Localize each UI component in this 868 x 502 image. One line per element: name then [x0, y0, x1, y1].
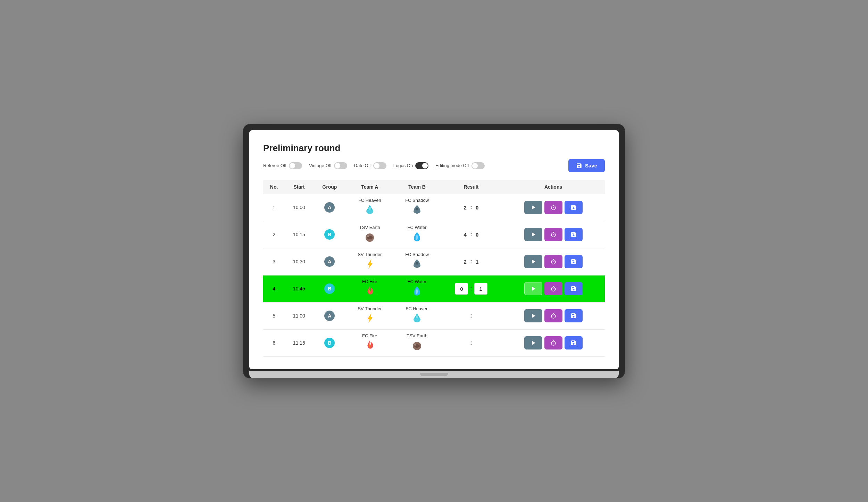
- play-icon: [531, 205, 536, 210]
- logos-toggle[interactable]: [415, 162, 428, 169]
- cell-team-a: FC Heaven: [346, 194, 393, 221]
- score-separator: :: [469, 204, 474, 211]
- svg-marker-17: [368, 259, 372, 268]
- svg-marker-23: [532, 287, 535, 291]
- result-cell: :: [443, 340, 499, 346]
- svg-marker-18: [532, 260, 535, 264]
- timer-button[interactable]: [544, 201, 562, 214]
- referee-toggle[interactable]: [289, 162, 302, 169]
- play-button[interactable]: [524, 282, 542, 295]
- actions-cell: [504, 201, 602, 214]
- disk-icon: [571, 340, 576, 346]
- timer-icon: [551, 232, 556, 237]
- save-row-button[interactable]: [565, 282, 583, 295]
- laptop-base: [249, 371, 619, 378]
- score-a: 4: [464, 232, 467, 238]
- play-button[interactable]: [524, 255, 542, 268]
- score-separator: :: [470, 286, 472, 292]
- team-a-icon: [364, 231, 376, 245]
- cell-group: A: [314, 302, 346, 329]
- play-icon: [531, 259, 536, 264]
- play-icon: [531, 313, 536, 319]
- cell-team-a: TSV Earth: [346, 221, 393, 248]
- save-row-button[interactable]: [565, 255, 583, 268]
- cell-actions: [502, 194, 605, 221]
- cell-actions: [502, 275, 605, 302]
- team-a-cell: FC Fire: [349, 333, 391, 353]
- team-a-name: SV Thunder: [358, 306, 382, 311]
- disk-icon: [571, 286, 576, 291]
- play-button[interactable]: [524, 309, 542, 322]
- save-row-button[interactable]: [565, 336, 583, 349]
- timer-button[interactable]: [544, 336, 562, 349]
- table-row: 4 10:45 B FC Fire FC Water :: [263, 275, 605, 302]
- score-a-input[interactable]: [455, 283, 468, 295]
- team-b-icon: [411, 231, 423, 245]
- team-b-name: FC Water: [408, 225, 427, 230]
- svg-point-40: [414, 344, 416, 346]
- cell-result: 2 : 1: [441, 248, 502, 275]
- vintage-toggle-group: Vintage Off: [309, 162, 347, 169]
- editing-toggle[interactable]: [471, 162, 485, 169]
- cell-result: :: [441, 329, 502, 356]
- team-a-cell: SV Thunder: [349, 252, 391, 272]
- result-cell: :: [443, 283, 499, 295]
- cell-team-b: FC Shadow: [393, 194, 440, 221]
- matches-table: No. Start Group Team A Team B Result Act…: [263, 180, 605, 357]
- team-a-cell: FC Heaven: [349, 198, 391, 217]
- cell-no: 2: [263, 221, 285, 248]
- cell-team-b: FC Heaven: [393, 302, 440, 329]
- team-a-name: TSV Earth: [359, 225, 380, 230]
- team-b-icon: [411, 339, 423, 353]
- date-label: Date Off: [354, 163, 371, 168]
- vintage-label: Vintage Off: [309, 163, 332, 168]
- team-a-name: FC Heaven: [358, 198, 381, 203]
- play-button[interactable]: [524, 336, 542, 349]
- play-icon: [531, 340, 536, 346]
- play-button[interactable]: [524, 228, 542, 241]
- logos-toggle-group: Logos On: [393, 162, 428, 169]
- save-row-button[interactable]: [565, 309, 583, 322]
- team-b-cell: FC Water: [396, 279, 437, 299]
- team-b-cell: FC Water: [396, 225, 437, 245]
- score-b-input[interactable]: [474, 283, 487, 295]
- timer-button[interactable]: [544, 309, 562, 322]
- play-button[interactable]: [524, 201, 542, 214]
- team-a-cell: TSV Earth: [349, 225, 391, 245]
- timer-button[interactable]: [544, 228, 562, 241]
- cell-actions: [502, 221, 605, 248]
- vintage-toggle[interactable]: [334, 162, 347, 169]
- timer-icon: [551, 286, 556, 291]
- save-row-button[interactable]: [565, 228, 583, 241]
- save-row-button[interactable]: [565, 201, 583, 214]
- cell-team-b: FC Water: [393, 221, 440, 248]
- team-b-name: TSV Earth: [407, 333, 427, 338]
- timer-button[interactable]: [544, 255, 562, 268]
- result-cell: 2 : 1: [443, 258, 499, 265]
- cell-actions: [502, 302, 605, 329]
- cell-group: A: [314, 194, 346, 221]
- editing-label: Editing mode Off: [435, 163, 469, 168]
- cell-team-a: SV Thunder: [346, 302, 393, 329]
- actions-cell: [504, 228, 602, 241]
- save-button[interactable]: Save: [568, 159, 605, 172]
- cell-start: 10:15: [285, 221, 313, 248]
- table-row: 3 10:30 A SV Thunder FC Shadow 2 : 1: [263, 248, 605, 275]
- team-b-cell: TSV Earth: [396, 333, 437, 353]
- svg-marker-33: [532, 314, 535, 318]
- timer-button[interactable]: [544, 282, 562, 295]
- cell-start: 10:30: [285, 248, 313, 275]
- score-separator: :: [470, 340, 472, 346]
- svg-marker-41: [532, 341, 535, 345]
- score-b: 0: [476, 205, 478, 211]
- team-a-name: SV Thunder: [358, 252, 382, 257]
- cell-start: 11:15: [285, 329, 313, 356]
- team-b-cell: FC Heaven: [396, 306, 437, 326]
- svg-point-10: [367, 235, 369, 237]
- actions-cell: [504, 309, 602, 322]
- referee-label: Referee Off: [263, 163, 286, 168]
- actions-cell: [504, 282, 602, 295]
- team-b-icon: [411, 285, 423, 299]
- date-toggle-group: Date Off: [354, 162, 386, 169]
- date-toggle[interactable]: [373, 162, 386, 169]
